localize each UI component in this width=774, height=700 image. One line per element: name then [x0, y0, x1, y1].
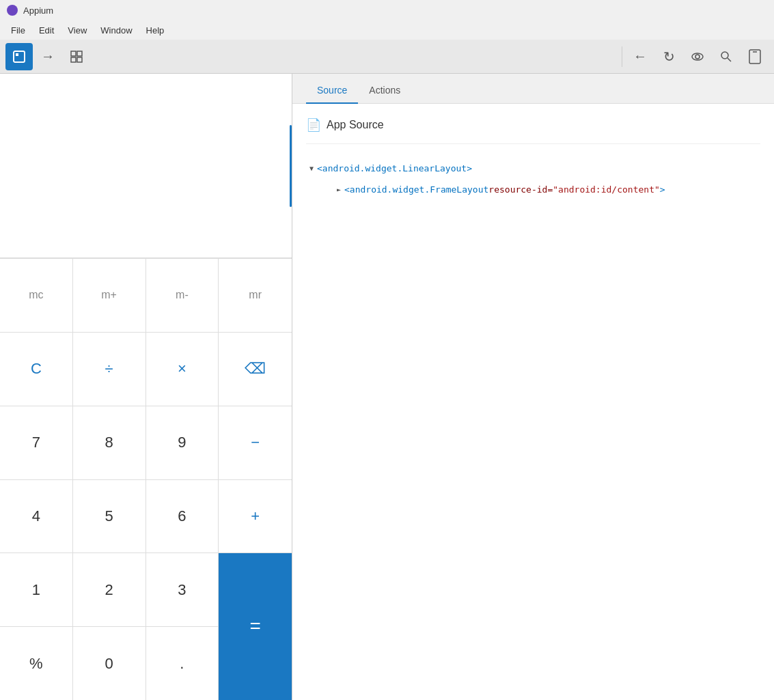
screenshot-area: [0, 74, 292, 258]
select-tool-button[interactable]: [5, 43, 33, 70]
calc-btn-8[interactable]: 8: [73, 406, 146, 479]
calc-btn-mminus[interactable]: m-: [146, 259, 219, 332]
svg-rect-2: [71, 51, 76, 56]
refresh-button[interactable]: ↻: [655, 43, 682, 70]
calc-btn-percent[interactable]: %: [0, 627, 73, 700]
svg-rect-3: [77, 51, 82, 56]
menu-bar: File Edit View Window Help: [0, 20, 774, 40]
calc-row-123: 1 2 3 =: [0, 552, 292, 626]
calc-btn-subtract[interactable]: −: [219, 406, 292, 479]
menu-window[interactable]: Window: [95, 24, 137, 37]
calculator-grid: mc m+ m- mr C ÷ × ⌫ 7 8 9 − 4: [0, 258, 292, 700]
app-logo: [7, 5, 18, 16]
child-tag-close: >: [660, 182, 665, 197]
app-source-header: 📄 App Source: [306, 117, 760, 144]
calc-btn-add[interactable]: +: [219, 480, 292, 553]
svg-rect-1: [16, 53, 18, 56]
menu-view[interactable]: View: [62, 24, 92, 37]
document-icon: 📄: [306, 117, 321, 132]
calc-btn-1[interactable]: 1: [0, 553, 73, 626]
tab-actions[interactable]: Actions: [358, 78, 411, 104]
left-panel: mc m+ m- mr C ÷ × ⌫ 7 8 9 − 4: [0, 74, 292, 700]
calc-row-456: 4 5 6 +: [0, 479, 292, 553]
calc-btn-backspace[interactable]: ⌫: [219, 333, 292, 406]
title-bar: Appium: [0, 0, 774, 20]
fullscreen-button[interactable]: [63, 43, 90, 70]
calc-btn-7[interactable]: 7: [0, 406, 73, 479]
root-tag: <android.widget.LinearLayout>: [317, 160, 472, 176]
calc-btn-9[interactable]: 9: [146, 406, 219, 479]
menu-help[interactable]: Help: [141, 24, 170, 37]
calc-btn-clear[interactable]: C: [0, 333, 73, 406]
app-title: Appium: [23, 5, 53, 16]
calc-btn-divide[interactable]: ÷: [73, 333, 146, 406]
calc-btn-equals[interactable]: =: [219, 553, 292, 699]
right-panel: Source Actions 📄 App Source ▼ <android.w…: [292, 74, 774, 700]
child-toggle[interactable]: ►: [333, 184, 344, 195]
app-source-label: App Source: [327, 119, 384, 131]
arrow-tool-button[interactable]: →: [34, 43, 61, 70]
calc-btn-3[interactable]: 3: [146, 553, 219, 626]
calc-btn-6[interactable]: 6: [146, 480, 219, 553]
calc-btn-mr[interactable]: mr: [219, 259, 292, 332]
selection-indicator: [290, 125, 292, 207]
calc-btn-2[interactable]: 2: [73, 553, 146, 626]
calc-row-789: 7 8 9 −: [0, 406, 292, 479]
source-content-panel: 📄 App Source ▼ <android.widget.LinearLay…: [292, 104, 774, 700]
svg-line-9: [728, 58, 731, 61]
toolbar-separator: [622, 46, 622, 67]
child-tag-open: <android.widget.FrameLayout: [344, 182, 488, 197]
menu-edit[interactable]: Edit: [33, 24, 59, 37]
calc-btn-decimal[interactable]: .: [146, 627, 219, 700]
calc-btn-0[interactable]: 0: [73, 627, 146, 700]
svg-point-7: [695, 55, 700, 59]
xml-child-node: ► <android.widget.FrameLayout resource-i…: [333, 179, 760, 200]
tab-source[interactable]: Source: [306, 78, 358, 104]
back-button[interactable]: ←: [626, 43, 654, 70]
calc-btn-multiply[interactable]: ×: [146, 333, 219, 406]
svg-rect-0: [14, 51, 25, 62]
calc-btn-mplus[interactable]: m+: [73, 259, 146, 332]
xml-root-node: ▼ <android.widget.LinearLayout>: [306, 158, 760, 179]
search-button[interactable]: [713, 43, 740, 70]
main-content: mc m+ m- mr C ÷ × ⌫ 7 8 9 − 4: [0, 74, 774, 700]
child-attr-name: resource-id=: [488, 182, 553, 197]
calc-btn-5[interactable]: 5: [73, 480, 146, 553]
root-toggle[interactable]: ▼: [306, 163, 317, 174]
svg-rect-4: [71, 57, 76, 62]
svg-rect-5: [77, 57, 82, 62]
tab-bar: Source Actions: [292, 74, 774, 104]
menu-file[interactable]: File: [5, 24, 31, 37]
toolbar-right: ← ↻: [626, 43, 769, 70]
xml-tree: ▼ <android.widget.LinearLayout> ► <andro…: [306, 158, 760, 201]
toolbar: → ← ↻: [0, 40, 774, 74]
calc-row-memory: mc m+ m- mr: [0, 258, 292, 332]
calc-btn-mc[interactable]: mc: [0, 259, 73, 332]
toolbar-left: →: [5, 43, 618, 70]
svg-point-8: [721, 52, 728, 59]
phone-button[interactable]: [741, 43, 769, 70]
calc-btn-4[interactable]: 4: [0, 480, 73, 553]
child-attr-val: "android:id/content": [553, 182, 660, 197]
calc-row-ops: C ÷ × ⌫: [0, 332, 292, 406]
eye-button[interactable]: [684, 43, 711, 70]
